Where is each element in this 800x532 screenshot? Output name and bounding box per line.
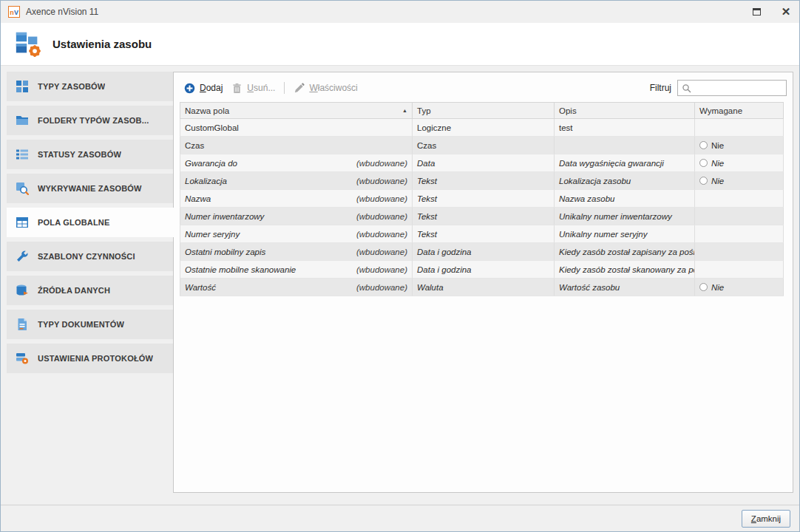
builtin-tag: (wbudowane) (356, 194, 407, 203)
document-icon (16, 318, 29, 331)
required-label: Nie (711, 141, 724, 150)
filter-input[interactable] (695, 83, 782, 93)
field-name: Czas (185, 141, 204, 150)
properties-button[interactable]: Właściwości (289, 81, 362, 95)
cell-field-name: Gwarancja do(wbudowane) (180, 154, 413, 172)
add-button[interactable]: Dodaj (180, 81, 227, 95)
sidebar-item-type-folders[interactable]: FOLDERY TYPÓW ZASOB... (7, 106, 173, 135)
app-window: nV Axence nVision 11 ✕ Ustawienia zasobu… (0, 0, 800, 532)
add-icon (184, 83, 195, 94)
svg-text:V: V (14, 9, 18, 16)
sidebar-item-label: ŹRÓDŁA DANYCH (38, 286, 110, 295)
sidebar-item-activity-templates[interactable]: SZABLONY CZYNNOŚCI (7, 242, 173, 271)
sidebar-item-label: SZABLONY CZYNNOŚCI (38, 252, 135, 261)
sidebar-item-data-sources[interactable]: ŹRÓDŁA DANYCH (7, 276, 173, 305)
column-header-label: Wymagane (699, 106, 742, 115)
cell-field-type: Czas (413, 137, 555, 154)
cell-field-description: Lokalizacja zasobu (555, 172, 695, 190)
sidebar-item-document-types[interactable]: TYPY DOKUMENTÓW (7, 310, 173, 339)
wrench-icon (16, 250, 29, 263)
builtin-tag: (wbudowane) (356, 248, 407, 256)
column-header-required[interactable]: Wymagane (695, 103, 784, 118)
sidebar-item-resource-statuses[interactable]: STATUSY ZASOBÓW (7, 140, 173, 169)
svg-text:n: n (10, 9, 14, 16)
window-title: Axence nVision 11 (26, 7, 98, 17)
table-row[interactable]: Ostatni mobilny zapis(wbudowane)Data i g… (180, 243, 784, 261)
table-row[interactable]: Gwarancja do(wbudowane)DataData wygaśnię… (180, 154, 784, 172)
table-row[interactable]: CzasCzasNie (180, 137, 784, 154)
sidebar: TYPY ZASOBÓWFOLDERY TYPÓW ZASOB...STATUS… (7, 72, 173, 493)
table-row[interactable]: CustomGlobalLogicznetest (180, 119, 784, 137)
cell-field-description: Kiedy zasób został skanowany za pośr... (555, 261, 695, 279)
dialog-header: Ustawienia zasobu (1, 23, 799, 66)
column-header-label: Nazwa pola (185, 106, 229, 115)
cell-field-description (555, 137, 695, 154)
builtin-tag: (wbudowane) (356, 230, 407, 239)
global-fields-table: Nazwa pola▲TypOpisWymagane CustomGlobalL… (180, 102, 787, 486)
field-name: Ostatnie mobilne skanowanie (185, 265, 296, 274)
column-header-label: Typ (417, 106, 431, 115)
maximize-icon (753, 8, 761, 16)
builtin-tag: (wbudowane) (356, 159, 407, 168)
table-row[interactable]: Wartość(wbudowane)WalutaWartość zasobuNi… (180, 279, 784, 296)
cell-field-type: Tekst (413, 208, 555, 225)
cell-field-type: Tekst (413, 172, 555, 190)
field-name: Ostatni mobilny zapis (185, 248, 265, 256)
column-header-type[interactable]: Typ (413, 103, 555, 118)
cell-field-required (695, 119, 784, 137)
filter-area: Filtruj (650, 80, 787, 96)
cell-field-name: Numer seryjny(wbudowane) (180, 225, 413, 243)
table-row[interactable]: Numer inwentarzowy(wbudowane)TekstUnikal… (180, 208, 784, 225)
column-header-description[interactable]: Opis (555, 103, 695, 118)
cell-field-required: Nie (695, 172, 784, 190)
close-window-button[interactable]: ✕ (780, 6, 792, 18)
table-row[interactable]: Numer seryjny(wbudowane)TekstUnikalny nu… (180, 225, 784, 243)
database-icon (16, 284, 29, 297)
field-name: Wartość (185, 283, 216, 292)
close-dialog-label: Zamknij (751, 514, 781, 523)
dialog-footer: Zamknij (1, 505, 799, 531)
filter-label: Filtruj (650, 83, 671, 93)
cell-field-type: Waluta (413, 279, 555, 296)
column-header-name[interactable]: Nazwa pola▲ (180, 103, 413, 118)
sidebar-item-protocol-settings[interactable]: USTAWIENIA PROTOKOŁÓW (7, 344, 173, 373)
required-radio-unselected[interactable] (699, 159, 708, 167)
sidebar-item-resource-discovery[interactable]: WYKRYWANIE ZASOBÓW (7, 174, 173, 203)
filter-box (677, 80, 787, 96)
required-radio-unselected[interactable] (699, 283, 708, 291)
cell-field-required: Nie (695, 137, 784, 154)
close-dialog-button[interactable]: Zamknij (742, 510, 790, 528)
table-row[interactable]: Nazwa(wbudowane)TekstNazwa zasobu (180, 190, 784, 208)
cell-field-description: test (555, 119, 695, 137)
table-row[interactable]: Ostatnie mobilne skanowanie(wbudowane)Da… (180, 261, 784, 279)
sidebar-item-resource-types[interactable]: TYPY ZASOBÓW (7, 72, 173, 101)
pencil-icon (294, 83, 305, 94)
table-header-row: Nazwa pola▲TypOpisWymagane (180, 102, 784, 119)
resource-settings-icon (14, 30, 42, 58)
cell-field-required (695, 225, 784, 243)
cell-field-required (695, 208, 784, 225)
field-name: Numer inwentarzowy (185, 212, 264, 221)
global-fields-icon (16, 216, 29, 229)
sidebar-item-global-fields[interactable]: POLA GLOBALNE (7, 208, 174, 237)
cell-field-name: Nazwa(wbudowane) (180, 190, 413, 208)
cell-field-type: Data i godzina (413, 243, 555, 261)
field-name: Lokalizacja (185, 177, 227, 185)
maximize-button[interactable] (750, 6, 762, 18)
cell-field-name: Numer inwentarzowy(wbudowane) (180, 208, 413, 225)
field-name: Numer seryjny (185, 230, 240, 239)
cell-field-description: Data wygaśnięcia gwarancji (555, 154, 695, 172)
delete-button[interactable]: Usuń... (227, 81, 279, 95)
field-name: Gwarancja do (185, 159, 237, 168)
required-radio-unselected[interactable] (699, 141, 708, 149)
cell-field-type: Logiczne (413, 119, 555, 137)
cell-field-description: Kiedy zasób został zapisany za pośred... (555, 243, 695, 261)
cell-field-required (695, 261, 784, 279)
table-row[interactable]: Lokalizacja(wbudowane)TekstLokalizacja z… (180, 172, 784, 190)
sidebar-item-label: POLA GLOBALNE (38, 218, 110, 227)
required-radio-unselected[interactable] (699, 177, 708, 185)
sidebar-item-label: TYPY ZASOBÓW (38, 82, 105, 91)
required-label: Nie (711, 159, 724, 168)
app-logo-icon: nV (8, 6, 20, 18)
titlebar: nV Axence nVision 11 ✕ (1, 1, 799, 23)
